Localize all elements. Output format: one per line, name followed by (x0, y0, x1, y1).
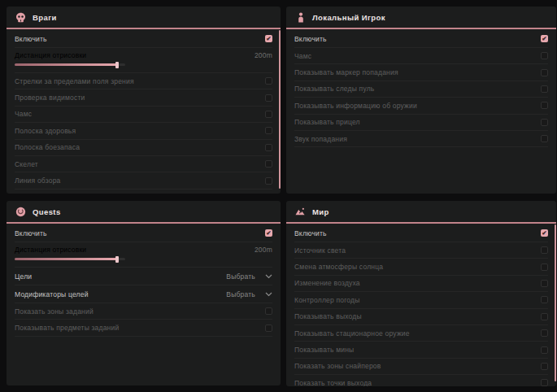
setting-label: Включить (294, 35, 327, 43)
scrollbar[interactable] (555, 224, 556, 381)
panel-quests-body: Включить✔Дистанция отрисовки200mЦелиВыбр… (7, 224, 281, 337)
setting-label: Показать зоны заданий (15, 307, 94, 316)
setting-label: Полоска здоровья (15, 127, 76, 135)
setting-row: ЦелиВыбрать (15, 268, 272, 285)
setting-label: Показывать маркер попадания (294, 68, 398, 76)
checkbox[interactable] (541, 52, 548, 59)
setting-label: Чамс (15, 110, 32, 118)
setting-row: Источник света (294, 242, 548, 259)
slider-thumb[interactable] (115, 256, 119, 263)
panel-world: Мир Включить✔Источник светаСмена атмосфе… (286, 201, 556, 386)
checkbox[interactable] (541, 119, 548, 126)
checkmark-icon: ✔ (542, 230, 546, 237)
setting-label: Включить (294, 229, 327, 237)
checkbox[interactable] (265, 177, 272, 185)
setting-label: Источник света (294, 246, 346, 255)
setting-label: Включить (15, 35, 47, 43)
checkbox[interactable] (265, 77, 272, 85)
setting-label: Модификаторы целей (15, 290, 89, 298)
setting-row: Показывать выходы (294, 309, 548, 325)
setting-row: Показывать прицел (294, 115, 548, 131)
checkbox[interactable] (541, 85, 548, 93)
checkbox[interactable] (541, 102, 548, 109)
setting-row: Скелет (15, 156, 272, 172)
setting-label: Показывать стационарное оружие (294, 329, 410, 338)
setting-row: Показать точки выхода (294, 375, 548, 386)
setting-row: Включить✔ (294, 224, 548, 242)
checkbox[interactable] (541, 264, 548, 271)
setting-row: Показать зоны заданий (15, 303, 272, 320)
setting-label: Показывать следы пуль (294, 85, 374, 93)
setting-row: Показывать стационарное оружие (294, 325, 548, 342)
checkbox[interactable] (265, 160, 272, 168)
world-icon (295, 207, 306, 217)
checkmark-icon: ✔ (266, 36, 271, 42)
panel-enemies: Враги Включить✔Дистанция отрисовки200mСт… (7, 7, 281, 194)
checkbox[interactable] (541, 135, 548, 142)
dropdown-value: Выбрать (226, 272, 255, 281)
checkbox[interactable] (265, 111, 272, 118)
checkbox[interactable]: ✔ (541, 35, 548, 42)
checkbox[interactable] (541, 313, 548, 320)
setting-row: Показывать следы пуль (15, 189, 272, 194)
setting-label: Показывать следы пуль (15, 193, 94, 194)
checkbox[interactable] (541, 329, 548, 337)
setting-row: Показывать предметы заданий (15, 320, 272, 336)
setting-label: Смена атмосферы солнца (294, 263, 383, 271)
panel-quests: Quests Включить✔Дистанция отрисовки200mЦ… (7, 201, 281, 385)
checkbox[interactable] (265, 127, 272, 134)
checkbox[interactable] (541, 280, 548, 287)
checkbox[interactable]: ✔ (265, 35, 272, 42)
person-icon (295, 12, 306, 23)
setting-row: Включить✔ (15, 224, 272, 242)
scrollbar[interactable] (279, 30, 281, 189)
setting-row: Контроллер погоды (294, 292, 548, 308)
checkbox[interactable] (541, 69, 548, 76)
checkbox[interactable] (541, 246, 548, 254)
checkbox[interactable] (541, 379, 548, 386)
checkbox[interactable]: ✔ (265, 229, 272, 237)
setting-label: Изменение воздуха (294, 279, 360, 287)
checkbox[interactable] (265, 307, 272, 315)
panel-local-player-header: Локальный Игрок (286, 7, 556, 29)
setting-label: Цели (15, 272, 32, 281)
checkbox[interactable] (265, 94, 272, 102)
setting-row: Чамс (294, 48, 548, 64)
checkmark-icon: ✔ (266, 230, 271, 237)
setting-row: Включить✔ (294, 30, 548, 48)
panel-title: Quests (33, 207, 61, 216)
setting-row: Показывать мины (294, 342, 548, 358)
quest-icon (15, 207, 26, 217)
panel-title: Враги (33, 13, 57, 22)
setting-row: Смена атмосферы солнца (294, 259, 548, 275)
setting-label: Показывать прицел (294, 118, 360, 126)
checkbox[interactable] (265, 324, 272, 332)
checkbox[interactable] (541, 363, 548, 370)
panel-title: Мир (312, 207, 329, 216)
slider-value: 200m (255, 51, 272, 59)
setting-label: Показывать информацию об оружии (294, 102, 417, 110)
dropdown[interactable]: Выбрать (226, 290, 272, 298)
render-distance-slider[interactable] (15, 63, 125, 66)
setting-row: Стрелки за пределами поля зрения (15, 73, 272, 89)
dropdown[interactable]: Выбрать (226, 272, 272, 281)
setting-label: Полоска боезапаса (15, 143, 80, 151)
setting-row: Проверка видимости (15, 89, 272, 106)
setting-label: Показывать мины (294, 346, 354, 354)
panel-world-body: Включить✔Источник светаСмена атмосферы с… (286, 224, 556, 386)
setting-row: Полоска боезапаса (15, 140, 272, 156)
setting-row: Линия обзора (15, 172, 272, 189)
setting-label: Звук попадания (294, 135, 347, 143)
setting-row: Модификаторы целейВыбрать (15, 285, 272, 303)
setting-label: Линия обзора (15, 176, 61, 185)
setting-label: Стрелки за пределами поля зрения (15, 77, 134, 85)
checkbox[interactable] (265, 144, 272, 151)
panel-world-header: Мир (286, 201, 556, 224)
render-distance-slider[interactable] (15, 258, 125, 260)
panel-enemies-body: Включить✔Дистанция отрисовки200mСтрелки … (7, 29, 281, 194)
checkbox[interactable] (541, 346, 548, 354)
slider-thumb[interactable] (115, 62, 119, 68)
checkbox[interactable]: ✔ (541, 229, 548, 237)
checkbox[interactable] (541, 296, 548, 303)
setting-label: Чамс (294, 52, 311, 60)
